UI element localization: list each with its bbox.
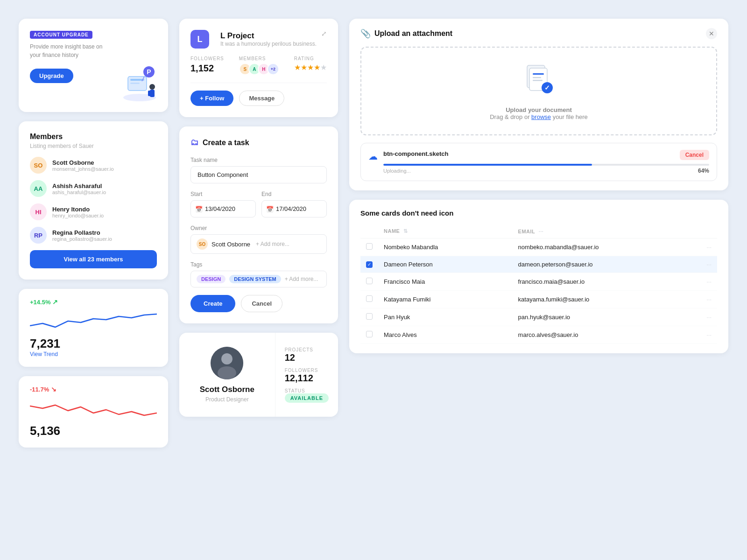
table-row: Nombeko Mabandla nombeko.mabandla@sauer.… [360, 238, 717, 256]
row-checkbox[interactable] [360, 291, 378, 308]
create-button[interactable]: Create [190, 295, 235, 312]
table-row: ✓ Dameon Peterson dameon.peterson@sauer.… [360, 256, 717, 273]
upload-header: 📎 Upload an attachment ✕ [360, 28, 717, 39]
project-icon: L [190, 30, 209, 49]
row-name: Katayama Fumiki [378, 291, 513, 308]
rating-stars: ★★★★★ [294, 63, 327, 72]
member-email: monserrat_johns@sauer.io [52, 166, 114, 172]
row-more[interactable]: ··· [701, 326, 717, 344]
members-card: Members Listing members of Sauer SO Scot… [19, 121, 168, 280]
view-trend-link[interactable]: View Trend [30, 351, 157, 357]
list-item: SO Scott Osborne monserrat_johns@sauer.i… [30, 157, 157, 174]
row-checkbox[interactable] [360, 326, 378, 344]
project-title: L Project [220, 31, 317, 41]
checkbox-header [360, 224, 378, 238]
profile-avatar [211, 347, 243, 379]
avatar: RP [30, 227, 47, 244]
upload-progress-icon: ☁ [368, 151, 378, 162]
row-checkbox[interactable]: ✓ [360, 256, 378, 273]
projects-stat: PROJECTS 12 [285, 347, 329, 363]
sort-icon[interactable]: ⇅ [403, 228, 408, 234]
message-button[interactable]: Message [239, 91, 284, 106]
row-more[interactable]: ··· [701, 273, 717, 291]
upload-progress-box: ☁ btn-component.sketch Cancel Uploading.… [360, 143, 717, 181]
svg-point-12 [221, 353, 233, 364]
table-title: Some cards don't need icon [360, 209, 717, 217]
follow-button[interactable]: + Follow [190, 91, 233, 106]
profile-card: Scott Osborne Product Designer PROJECTS … [179, 333, 338, 417]
view-all-members-button[interactable]: View all 23 members [30, 250, 157, 268]
row-email: dameon.peterson@sauer.io [513, 256, 701, 273]
row-email: nombeko.mabandla@sauer.io [513, 238, 701, 256]
member-name: Regina Pollastro [52, 229, 112, 236]
upload-percent: 64% [698, 168, 709, 174]
document-illustration: ✓ [520, 62, 557, 99]
calendar-icon: 📅 [195, 205, 203, 212]
member-info: Henry Itondo henry_iondo@sauer.io [52, 206, 104, 218]
create-task-title: 🗂 Create a task [190, 138, 327, 147]
followers-label: FOLLOWERS [190, 56, 224, 61]
drop-zone[interactable]: ✓ Upload your document Drag & drop or br… [360, 47, 717, 135]
svg-rect-20 [533, 77, 541, 78]
drop-text: Upload your document Drag & drop or brow… [371, 106, 707, 120]
row-more[interactable]: ··· [701, 291, 717, 308]
add-more-label[interactable]: + Add more... [256, 241, 289, 247]
row-more[interactable]: ··· [701, 308, 717, 326]
member-avatars: S A H +2 [239, 63, 279, 75]
list-item: HI Henry Itondo henry_iondo@sauer.io [30, 203, 157, 220]
svg-text:✓: ✓ [544, 84, 550, 91]
projects-label: PROJECTS [285, 347, 329, 352]
tag-design: DESIGN [197, 275, 226, 283]
start-label: Start [190, 191, 256, 197]
status-stat: STATUS AVAILABLE [285, 388, 329, 403]
member-name: Henry Itondo [52, 206, 104, 213]
owner-avatar: SO [197, 238, 208, 250]
profile-name: Scott Osborne [200, 385, 254, 394]
tag-design-system: DESIGN SYSTEM [229, 275, 281, 283]
upgrade-badge: ACCOUNT UPGRADE [30, 31, 92, 39]
row-checkbox[interactable] [360, 308, 378, 326]
member-name: Scott Osborne [52, 159, 114, 166]
owner-group: Owner SO Scott Osborne + Add more... [190, 225, 327, 254]
status-badge: AVAILABLE [285, 393, 329, 403]
member-email: henry_iondo@sauer.io [52, 213, 104, 218]
project-card: L L Project It was a humorously perilous… [179, 19, 338, 117]
upload-title: 📎 Upload an attachment [360, 28, 452, 39]
profile-right: PROJECTS 12 FOLLOWERS 12,112 STATUS AVAI… [275, 333, 338, 417]
row-email: francisco.maia@sauer.io [513, 273, 701, 291]
followers-stat: FOLLOWERS 12,112 [285, 368, 329, 384]
row-name: Pan Hyuk [378, 308, 513, 326]
upgrade-button[interactable]: Upgrade [30, 69, 73, 83]
svg-point-7 [149, 84, 155, 90]
progress-bar-track [383, 164, 709, 166]
task-name-label: Task name [190, 157, 327, 163]
close-button[interactable]: ✕ [706, 28, 717, 39]
data-table: NAME ⇅ EMAIL ··· No [360, 224, 717, 344]
owner-name: Scott Osborne [211, 241, 250, 248]
avatar-overflow: +2 [267, 63, 279, 75]
row-checkbox[interactable] [360, 273, 378, 291]
owner-label: Owner [190, 225, 327, 231]
trend-chart-positive [30, 309, 157, 333]
owner-field[interactable]: SO Scott Osborne + Add more... [190, 234, 327, 254]
email-more-icon[interactable]: ··· [539, 229, 544, 234]
cancel-task-button[interactable]: Cancel [241, 295, 282, 312]
rating-label: RATING [294, 56, 327, 61]
trend-chart-negative [30, 397, 157, 420]
avatar: SO [30, 157, 47, 174]
row-checkbox[interactable] [360, 238, 378, 256]
external-link-icon[interactable]: ⤢ [321, 30, 327, 37]
upgrade-card: ACCOUNT UPGRADE Provide more insight bas… [19, 19, 168, 112]
members-title: Members [30, 133, 157, 141]
row-more[interactable]: ··· [701, 256, 717, 273]
tags-group: Tags DESIGN DESIGN SYSTEM + Add more... [190, 261, 327, 287]
row-more[interactable]: ··· [701, 238, 717, 256]
cancel-upload-button[interactable]: Cancel [680, 150, 709, 160]
tags-field[interactable]: DESIGN DESIGN SYSTEM + Add more... [190, 271, 327, 287]
add-more-tag[interactable]: + Add more... [285, 276, 318, 282]
task-name-input[interactable] [190, 166, 327, 183]
upgrade-illustration: P [119, 63, 161, 105]
arrow-down-icon: ↘ [51, 385, 56, 393]
upload-card: 📎 Upload an attachment ✕ [349, 19, 728, 190]
browse-link[interactable]: browse [531, 113, 551, 120]
